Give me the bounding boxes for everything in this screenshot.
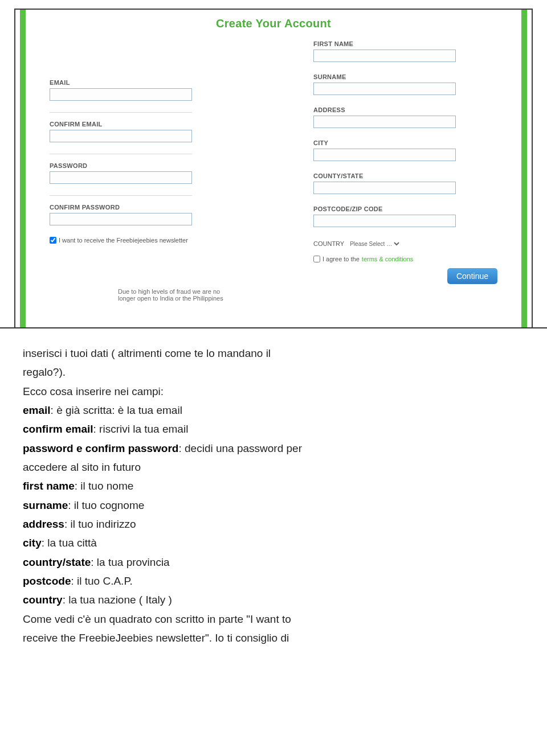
surname-label: SURNAME	[313, 73, 497, 80]
text-line: address: il tuo indirizzo	[23, 515, 524, 533]
county-label: COUNTY/STATE	[313, 172, 497, 179]
postcode-label: POSTCODE/ZIP CODE	[313, 206, 497, 212]
text-line: confirm email: riscrivi la tua email	[23, 420, 524, 438]
newsletter-text: I want to receive the Freebiejeebies new…	[59, 237, 188, 244]
country-select[interactable]: Please Select …	[348, 239, 401, 249]
decorative-right-edge	[521, 10, 527, 327]
confirm-password-input[interactable]	[50, 213, 192, 225]
divider	[50, 195, 192, 196]
divider	[50, 154, 192, 154]
city-label: CITY	[313, 139, 497, 146]
text-line: country: la tua nazione ( Italy )	[23, 591, 524, 609]
address-input[interactable]	[313, 116, 456, 128]
confirm-email-input[interactable]	[50, 130, 192, 142]
text-line: city: la tua città	[23, 534, 524, 552]
text-line: Come vedi c'è un quadrato con scritto in…	[23, 610, 524, 628]
text-line: first name: il tuo nome	[23, 477, 524, 495]
county-input[interactable]	[313, 182, 456, 194]
text-line: receive the FreebieJeebies newsletter". …	[23, 629, 524, 647]
text-line: Ecco cosa inserire nei campi:	[23, 383, 524, 400]
text-line: password e confirm password: decidi una …	[23, 439, 524, 457]
section-divider	[0, 327, 547, 328]
decorative-left-edge	[20, 10, 26, 327]
form-title: Create Your Account	[50, 17, 497, 30]
confirm-password-label: CONFIRM PASSWORD	[50, 204, 234, 211]
password-input[interactable]	[50, 171, 192, 184]
confirm-email-label: CONFIRM EMAIL	[50, 121, 234, 128]
form-screenshot: Create Your Account EMAIL CONFIRM EMAIL …	[14, 9, 533, 327]
address-label: ADDRESS	[313, 106, 497, 113]
postcode-input[interactable]	[313, 215, 456, 227]
country-label: COUNTRY	[313, 240, 344, 247]
continue-button[interactable]: Continue	[447, 268, 497, 284]
cutoff-notice: Due to high levels of fraud we are no lo…	[118, 288, 234, 302]
text-line: email: è già scritta: è la tua email	[23, 401, 524, 419]
text-line: regalo?).	[23, 363, 524, 381]
agree-prefix: I agree to the	[323, 256, 360, 262]
newsletter-checkbox[interactable]	[50, 237, 56, 244]
form-right-column: FIRST NAME SURNAME ADDRESS CITY COUNTY/S…	[313, 40, 497, 302]
create-account-form: Create Your Account EMAIL CONFIRM EMAIL …	[50, 13, 497, 327]
form-left-column: EMAIL CONFIRM EMAIL PASSWORD CONFIRM PAS…	[50, 40, 234, 302]
email-input[interactable]	[50, 88, 192, 101]
firstname-label: FIRST NAME	[313, 40, 497, 47]
city-input[interactable]	[313, 149, 456, 161]
instructions-block: inserisci i tuoi dati ( altrimenti come …	[23, 344, 524, 647]
text-line: country/state: la tua provincia	[23, 553, 524, 571]
text-line: accedere al sito in futuro	[23, 458, 524, 476]
email-label: EMAIL	[50, 79, 234, 86]
terms-checkbox[interactable]	[313, 256, 320, 262]
terms-link[interactable]: terms & conditions	[362, 256, 413, 262]
text-line: surname: il tuo cognome	[23, 496, 524, 514]
text-line: inserisci i tuoi dati ( altrimenti come …	[23, 344, 524, 362]
text-line: postcode: il tuo C.A.P.	[23, 572, 524, 590]
password-label: PASSWORD	[50, 162, 234, 169]
firstname-input[interactable]	[313, 50, 456, 62]
surname-input[interactable]	[313, 83, 456, 95]
divider	[50, 112, 192, 113]
